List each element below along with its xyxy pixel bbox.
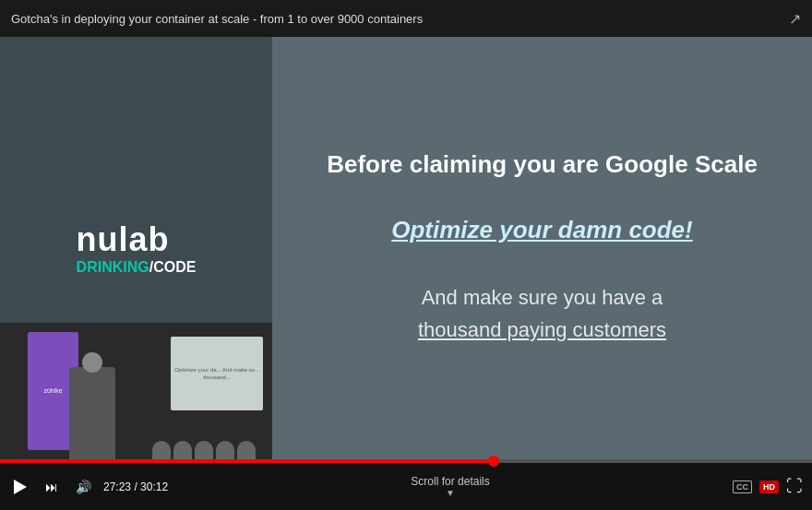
progress-dot <box>488 456 499 467</box>
controls-center: Scroll for details ▼ <box>411 475 489 498</box>
controls-bottom: ⏭ 🔊 27:23 / 30:12 Scroll for details ▼ C… <box>0 463 812 510</box>
slide-body-line2: thousand paying customers <box>418 318 666 341</box>
skip-button[interactable]: ⏭ <box>41 476 63 498</box>
thumb-presenter <box>55 358 129 459</box>
top-bar: Gotcha's in deploying your container at … <box>0 0 812 37</box>
chevron-down-icon: ▼ <box>446 488 455 498</box>
skip-icon: ⏭ <box>45 480 58 494</box>
total-time: 30:12 <box>140 480 168 493</box>
audience-head-3 <box>195 441 213 459</box>
progress-bar[interactable] <box>0 459 812 463</box>
controls-left: ⏭ 🔊 27:23 / 30:12 <box>9 476 168 498</box>
slide-left-panel: nulab DRINKING/CODE zühlke Optimize your… <box>0 37 272 459</box>
presenter-head <box>82 352 102 373</box>
nulab-logo: nulab DRINKING/CODE <box>77 220 197 276</box>
share-icon[interactable]: ↗ <box>789 10 801 28</box>
play-button[interactable] <box>9 476 31 498</box>
volume-button[interactable]: 🔊 <box>72 476 94 498</box>
thumb-screen-text: Optimize your da... And make su... thous… <box>171 362 263 385</box>
thumbnail-inner: zühlke Optimize your da... And make su..… <box>0 323 272 459</box>
thumb-audience <box>152 422 263 459</box>
audience-head-2 <box>173 441 192 459</box>
controls-bar: ⏭ 🔊 27:23 / 30:12 Scroll for details ▼ C… <box>0 459 812 510</box>
fullscreen-button[interactable]: ⛶ <box>786 477 803 496</box>
current-time: 27:23 <box>103 480 131 493</box>
thumb-screen: Optimize your da... And make su... thous… <box>171 337 263 410</box>
hd-settings-button[interactable]: HD <box>759 480 779 493</box>
audience-head-1 <box>152 441 171 459</box>
slide-body: And make sure you have a thousand paying… <box>418 281 666 346</box>
slide-body-line1: And make sure you have a <box>422 286 663 309</box>
slide-main-panel: Before claiming you are Google Scale Opt… <box>272 37 812 459</box>
slide-optimize: Optimize your damn code! <box>391 216 693 244</box>
play-icon <box>14 480 27 494</box>
audience-head-5 <box>237 441 256 459</box>
slash-code-text: /CODE <box>149 259 197 275</box>
nulab-text: nulab <box>77 220 170 259</box>
time-display: 27:23 / 30:12 <box>103 480 168 493</box>
video-title: Gotcha's in deploying your container at … <box>11 12 423 26</box>
audience-head-4 <box>216 441 234 459</box>
cc-button[interactable]: CC <box>733 480 752 493</box>
presenter-thumbnail: zühlke Optimize your da... And make su..… <box>0 323 272 459</box>
time-separator: / <box>134 480 137 493</box>
controls-right: CC HD ⛶ <box>733 477 803 496</box>
drinking-text: DRINKING <box>77 259 149 275</box>
presenter-body <box>69 367 115 459</box>
progress-fill <box>0 459 494 463</box>
drinking-code-text: DRINKING/CODE <box>77 259 197 276</box>
scroll-label: Scroll for details <box>411 475 489 488</box>
volume-icon: 🔊 <box>76 480 91 494</box>
slide-heading: Before claiming you are Google Scale <box>327 150 758 179</box>
video-container: nulab DRINKING/CODE zühlke Optimize your… <box>0 37 812 459</box>
